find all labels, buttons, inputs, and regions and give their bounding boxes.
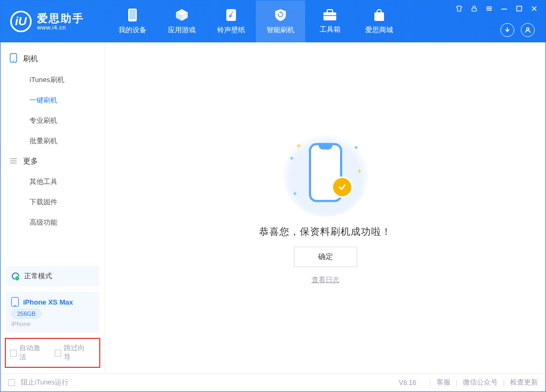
wechat-link[interactable]: 微信公众号 <box>463 378 498 387</box>
svg-rect-9 <box>323 15 336 16</box>
flash-options: 自动激活 跳过向导 <box>5 338 100 368</box>
nav-ring[interactable]: 铃声壁纸 <box>206 1 256 42</box>
menu-icon[interactable] <box>484 4 494 13</box>
sparkle-icon <box>355 146 358 149</box>
device-mode-label: 正常模式 <box>24 271 52 281</box>
shield-refresh-icon <box>274 8 287 22</box>
sidebar-item-advanced[interactable]: 高级功能 <box>1 212 105 233</box>
status-dot-icon <box>11 272 20 280</box>
sidebar-section-label: 更多 <box>23 157 38 166</box>
svg-rect-16 <box>517 6 522 11</box>
cube-icon <box>175 8 189 22</box>
svg-point-22 <box>13 61 14 62</box>
title-actions <box>500 13 545 37</box>
device-storage-badge: 256GB <box>11 309 41 319</box>
sidebar-item-batch[interactable]: 批量刷机 <box>1 131 105 151</box>
sidebar-item-other[interactable]: 其他工具 <box>1 172 105 192</box>
titlebar-right <box>454 1 545 42</box>
phone-outline-icon <box>11 297 19 307</box>
download-button[interactable] <box>500 23 514 37</box>
nav-label: 应用游戏 <box>168 25 196 35</box>
checkbox-icon <box>10 350 17 357</box>
sidebar: 刷机 iTunes刷机 一键刷机 专业刷机 批量刷机 更多 其他工具 下载固件 … <box>1 42 105 373</box>
svg-rect-1 <box>129 10 136 19</box>
sparkle-icon <box>358 169 361 173</box>
shirt-icon[interactable] <box>454 4 464 13</box>
device-icon <box>9 53 18 64</box>
sparkle-icon <box>297 144 301 148</box>
svg-rect-8 <box>327 10 333 13</box>
nav-tools[interactable]: 工具箱 <box>305 1 355 42</box>
device-card[interactable]: iPhone XS Max 256GB iPhone <box>6 292 99 332</box>
version-label: V8.16 <box>399 379 417 387</box>
close-button[interactable] <box>529 4 539 13</box>
nav-flash[interactable]: 智能刷机 <box>256 1 305 42</box>
checkbox-auto-activate[interactable]: 自动激活 <box>10 344 44 362</box>
checkbox-skip-guide[interactable]: 跳过向导 <box>55 344 88 362</box>
maximize-button[interactable] <box>514 4 524 13</box>
sidebar-item-onekey[interactable]: 一键刷机 <box>1 90 105 110</box>
sparkle-icon <box>290 157 293 159</box>
svg-rect-11 <box>472 8 476 11</box>
checkbox-icon <box>55 350 61 357</box>
svg-rect-7 <box>323 12 336 20</box>
nav-label: 我的设备 <box>119 25 146 35</box>
device-mode[interactable]: 正常模式 <box>6 266 99 286</box>
nav-device[interactable]: 我的设备 <box>108 1 157 42</box>
svg-point-20 <box>527 28 529 31</box>
main-content: 恭喜您，保资料刷机成功啦！ 确定 查看日志 <box>105 42 545 373</box>
sidebar-section-label: 刷机 <box>23 54 38 64</box>
logo-mark: iU <box>10 11 32 32</box>
bag-icon <box>373 8 386 22</box>
top-nav: 我的设备 应用游戏 铃声壁纸 智能刷机 <box>108 1 404 42</box>
device-name: iPhone XS Max <box>23 298 73 306</box>
logo-en: www.i4.cn <box>37 24 84 31</box>
device-type: iPhone <box>11 321 31 327</box>
logo-cn: 爱思助手 <box>37 12 84 24</box>
nav-apps[interactable]: 应用游戏 <box>157 1 206 42</box>
sidebar-section-more: 更多 <box>1 151 105 172</box>
check-badge-icon <box>333 178 351 196</box>
sparkle-icon <box>293 192 297 195</box>
ok-button[interactable]: 确定 <box>294 247 357 267</box>
app-window: iU 爱思助手 www.i4.cn 我的设备 应用游戏 <box>0 0 546 392</box>
block-itunes-label[interactable]: 阻止iTunes运行 <box>21 378 69 387</box>
view-log-link[interactable]: 查看日志 <box>312 276 340 285</box>
nav-label: 铃声壁纸 <box>217 25 245 35</box>
window-controls <box>454 1 545 13</box>
minimize-button[interactable] <box>499 4 509 13</box>
checkbox-icon[interactable] <box>8 379 15 386</box>
toolbox-icon <box>322 9 337 21</box>
support-link[interactable]: 客服 <box>437 378 451 387</box>
sidebar-item-itunes[interactable]: iTunes刷机 <box>1 70 105 90</box>
nav-label: 爱思商城 <box>365 25 393 35</box>
user-button[interactable] <box>521 23 535 37</box>
logo: iU 爱思助手 www.i4.cn <box>1 1 108 42</box>
check-update-link[interactable]: 检查更新 <box>510 378 538 387</box>
sidebar-section-flash: 刷机 <box>1 48 105 70</box>
statusbar: 阻止iTunes运行 V8.16 | 客服 | 微信公众号 | 检查更新 <box>1 373 545 391</box>
success-message: 恭喜您，保资料刷机成功啦！ <box>259 225 392 238</box>
svg-rect-10 <box>374 12 384 21</box>
phone-icon <box>127 8 138 22</box>
svg-point-2 <box>132 20 133 21</box>
titlebar: iU 爱思助手 www.i4.cn 我的设备 应用游戏 <box>1 1 545 42</box>
list-icon <box>9 157 18 166</box>
success-illustration <box>283 131 368 217</box>
sidebar-item-pro[interactable]: 专业刷机 <box>1 110 105 131</box>
nav-label: 工具箱 <box>320 25 341 34</box>
body: 刷机 iTunes刷机 一键刷机 专业刷机 批量刷机 更多 其他工具 下载固件 … <box>1 42 545 373</box>
sidebar-item-firmware[interactable]: 下载固件 <box>1 192 105 212</box>
lock-icon[interactable] <box>469 4 479 13</box>
nav-store[interactable]: 爱思商城 <box>355 1 404 42</box>
music-file-icon <box>225 8 237 22</box>
nav-label: 智能刷机 <box>267 25 294 35</box>
